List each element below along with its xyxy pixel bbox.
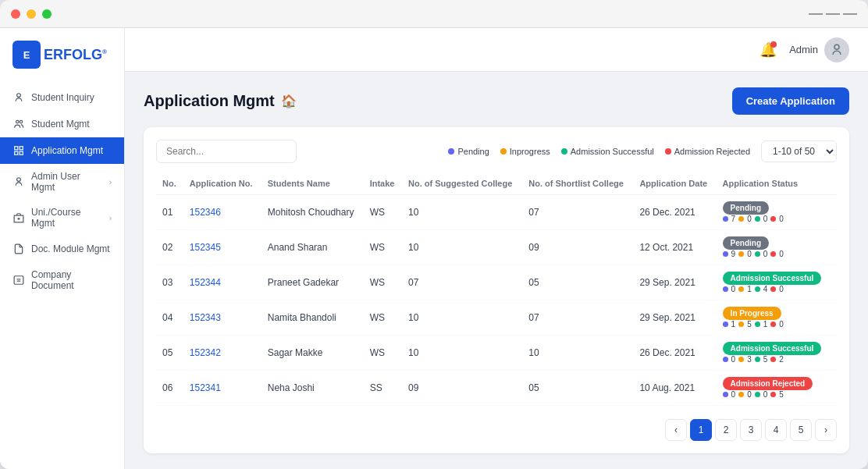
- cell-no: 03: [156, 265, 183, 300]
- sidebar-item-student-mgmt[interactable]: Student Mgmt: [0, 111, 124, 137]
- applications-table: No. Application No. Students Name Intake…: [156, 172, 837, 410]
- sidebar-item-company-document[interactable]: Company Document: [0, 262, 124, 298]
- app-link[interactable]: 152342: [190, 347, 221, 358]
- cell-intake: WS: [364, 300, 402, 336]
- sidebar-label-doc-module-mgmt: Doc. Module Mgmt: [31, 243, 112, 254]
- sidebar-label-admin-user-mgmt: Admin User Mgmt: [31, 171, 103, 193]
- page-size-select[interactable]: 1-10 of 50: [761, 140, 837, 162]
- page-5-button[interactable]: 5: [790, 419, 812, 441]
- app-window: E ERFOLG® Student Inquiry Student Mgmt: [0, 0, 868, 469]
- dot-count: 4: [763, 285, 768, 293]
- col-app-no: Application No.: [183, 172, 261, 195]
- table-card: Pending Inprogress Admission Successful: [144, 127, 849, 453]
- page-1-button[interactable]: 1: [690, 419, 712, 441]
- page-3-button[interactable]: 3: [740, 419, 762, 441]
- cell-shortlist: 10: [522, 336, 633, 371]
- sidebar-item-application-mgmt[interactable]: Application Mgmt: [0, 137, 124, 164]
- home-icon[interactable]: 🏠: [281, 94, 297, 108]
- close-btn[interactable]: [11, 9, 20, 19]
- table-wrap: No. Application No. Students Name Intake…: [156, 172, 837, 410]
- app-link[interactable]: 152344: [190, 277, 221, 288]
- svg-point-7: [17, 178, 21, 182]
- status-badge: Admission Successful: [723, 342, 822, 355]
- cell-status: Pending 7 0 0 0: [717, 195, 837, 230]
- col-suggested: No. of Suggested College: [402, 172, 522, 195]
- next-page-button[interactable]: ›: [815, 419, 837, 441]
- cell-name: Neha Joshi: [261, 371, 364, 406]
- cell-status: Admission Successful 0 2 6 0: [717, 406, 837, 410]
- app-link[interactable]: 152341: [190, 382, 221, 393]
- dot-count: 5: [747, 320, 752, 329]
- app-link[interactable]: 152346: [190, 207, 221, 218]
- blue-dot: [723, 216, 728, 222]
- col-no: No.: [156, 172, 183, 195]
- main-content: 🔔 Admin Application Mgmt 🏠 Create Applic…: [125, 28, 868, 469]
- cell-suggested: 07: [402, 265, 522, 300]
- topbar: 🔔 Admin: [125, 28, 868, 72]
- admin-icon: [12, 176, 25, 188]
- table-body: 01 152346 Mohitosh Choudhary WS 10 07 26…: [156, 195, 837, 410]
- status-dots: 0 0 0 5: [723, 390, 831, 399]
- cell-name: Anand Sharan: [261, 230, 364, 265]
- dot-count: 0: [747, 390, 752, 399]
- page-title-area: Application Mgmt 🏠: [144, 92, 297, 110]
- cell-name: Ekta Bhatt: [261, 406, 364, 410]
- table-row: 06 152341 Neha Joshi SS 09 05 10 Aug. 20…: [156, 371, 837, 406]
- user-menu[interactable]: Admin: [789, 37, 849, 62]
- sidebar-item-student-inquiry[interactable]: Student Inquiry: [0, 84, 124, 111]
- cell-date: 26 Dec. 2021: [633, 195, 716, 230]
- chevron-right-icon: ›: [109, 178, 112, 187]
- chevron-right-icon-2: ›: [109, 214, 112, 222]
- cell-shortlist: 07: [522, 195, 633, 230]
- maximize-btn[interactable]: [42, 9, 52, 19]
- prev-page-button[interactable]: ‹: [665, 419, 687, 441]
- create-application-button[interactable]: Create Application: [732, 87, 849, 115]
- status-dots: 0 3 5 2: [723, 355, 831, 364]
- sidebar-item-admin-user-mgmt[interactable]: Admin User Mgmt ›: [0, 164, 124, 200]
- search-input[interactable]: [156, 140, 297, 163]
- page-4-button[interactable]: 4: [765, 419, 787, 441]
- cell-shortlist: 08: [522, 406, 633, 410]
- cell-app-no: 152346: [183, 195, 261, 230]
- cell-app-no: 152343: [183, 300, 261, 336]
- cell-intake: WS: [364, 265, 402, 300]
- orange-dot: [738, 286, 744, 292]
- sidebar-item-doc-module-mgmt[interactable]: Doc. Module Mgmt: [0, 236, 124, 262]
- success-label: Admission Successful: [571, 147, 654, 156]
- dot-count: 1: [763, 320, 768, 329]
- page-title: Application Mgmt: [144, 92, 275, 110]
- minimize-btn[interactable]: [27, 9, 36, 19]
- app-link[interactable]: 152343: [190, 312, 221, 323]
- red-dot: [770, 216, 776, 222]
- sidebar-item-uni-course-mgmt[interactable]: Uni./Course Mgmt ›: [0, 200, 124, 236]
- pagination-bar: ‹ 1 2 3 4 5 ›: [156, 419, 837, 441]
- cell-app-no: 152341: [183, 371, 261, 406]
- cell-app-no: 152340: [183, 406, 261, 410]
- cell-status: Pending 9 0 0 0: [717, 230, 837, 265]
- legend-inprogress: Inprogress: [500, 147, 550, 156]
- logo-icon: E: [12, 41, 41, 69]
- svg-rect-5: [15, 151, 18, 155]
- legend-rejected: Admission Rejected: [665, 147, 750, 156]
- svg-point-2: [20, 120, 23, 123]
- status-dots: 7 0 0 0: [723, 215, 831, 223]
- dot-count: 9: [731, 250, 736, 258]
- dot-count: 0: [763, 250, 768, 258]
- app-body: E ERFOLG® Student Inquiry Student Mgmt: [0, 28, 868, 469]
- cell-app-no: 152342: [183, 336, 261, 371]
- orange-dot: [738, 216, 744, 222]
- cell-date: 12 Oct. 2021: [633, 230, 716, 265]
- orange-dot: [738, 357, 744, 362]
- sidebar-label-company-document: Company Document: [31, 269, 112, 291]
- svg-point-1: [16, 120, 20, 123]
- app-link[interactable]: 152345: [190, 242, 221, 253]
- cell-shortlist: 07: [522, 300, 633, 336]
- menu-icon[interactable]: [809, 12, 857, 16]
- sidebar-label-student-mgmt: Student Mgmt: [31, 119, 112, 130]
- cell-status: Admission Successful 0 1 4 0: [717, 265, 837, 300]
- orange-dot: [738, 392, 744, 397]
- cell-name: Mohitosh Choudhary: [261, 195, 364, 230]
- status-badge: Pending: [723, 236, 769, 250]
- page-2-button[interactable]: 2: [715, 419, 737, 441]
- bell-icon[interactable]: 🔔: [760, 41, 777, 59]
